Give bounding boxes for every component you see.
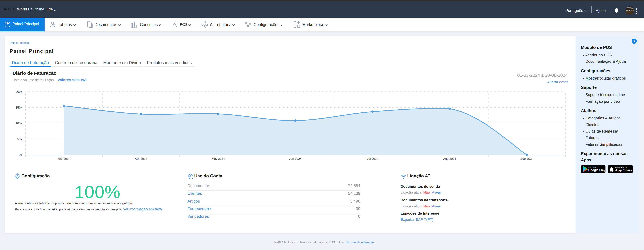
svg-text:Sep 2024: Sep 2024 xyxy=(520,157,533,160)
svg-text:50k: 50k xyxy=(17,137,22,141)
svg-text:200k: 200k xyxy=(16,90,22,93)
svg-text:May 2024: May 2024 xyxy=(212,157,225,160)
svg-text:Jul 2024: Jul 2024 xyxy=(367,157,378,160)
svg-text:0k: 0k xyxy=(19,153,22,157)
svg-text:Google Play: Google Play xyxy=(588,168,605,172)
svg-text:Jun 2024: Jun 2024 xyxy=(289,157,302,160)
svg-text:Mar 2024: Mar 2024 xyxy=(58,157,70,160)
svg-text:100k: 100k xyxy=(16,122,22,125)
svg-text:App Store: App Store xyxy=(615,168,632,172)
svg-text:Aug 2024: Aug 2024 xyxy=(443,157,456,160)
svg-text:Apr 2024: Apr 2024 xyxy=(135,157,147,160)
svg-text:OBTER NO: OBTER NO xyxy=(588,166,596,168)
svg-text:150k: 150k xyxy=(16,106,22,109)
